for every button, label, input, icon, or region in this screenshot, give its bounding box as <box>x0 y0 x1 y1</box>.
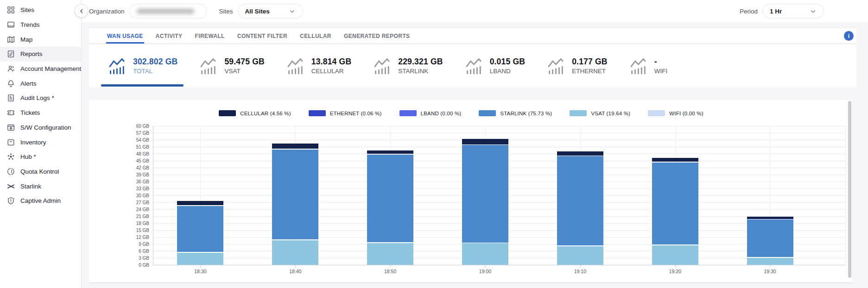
bar-segment-starlink[interactable] <box>462 145 508 243</box>
bar-segment-vsat[interactable] <box>272 240 318 265</box>
bar-segment-vsat[interactable] <box>557 246 603 265</box>
sidebar-item-account-management[interactable]: Account Management <box>0 62 81 76</box>
tab-firewall[interactable]: FIREWALL <box>195 28 225 44</box>
y-axis-label: 27 GB <box>116 200 149 205</box>
bar-segment-cellular[interactable] <box>367 150 413 154</box>
stat-card-label: WIFI <box>654 68 668 75</box>
sidebar-item-label: Tickets <box>20 109 40 116</box>
chevron-left-icon <box>78 8 85 14</box>
bar-segment-vsat[interactable] <box>747 258 793 265</box>
usage-chart-icon <box>546 55 567 76</box>
scrollbar-thumb[interactable] <box>848 101 851 278</box>
bar-segment-vsat[interactable] <box>462 243 508 265</box>
sidebar-item-label: Sites <box>20 6 34 13</box>
sidebar-item-label: Captive Admin <box>20 197 61 204</box>
bar-segment-starlink[interactable] <box>557 156 603 245</box>
topbar: Organization Sites All Sites Period 1 Hr <box>82 0 868 22</box>
info-icon[interactable]: i <box>844 31 854 41</box>
x-axis-tick <box>200 265 201 267</box>
sidebar-item-reports[interactable]: Reports <box>0 47 81 62</box>
usage-chart-icon <box>285 55 307 76</box>
bar-segment-vsat[interactable] <box>652 245 698 265</box>
bar-segment-starlink[interactable] <box>747 219 793 257</box>
stat-card-text: 302.802 GBTOTAL <box>133 57 177 75</box>
inventory-icon <box>6 138 15 147</box>
map-icon <box>6 35 15 44</box>
sidebar-item-label: Reports <box>20 50 42 57</box>
organization-select[interactable] <box>129 4 207 19</box>
period-select[interactable]: 1 Hr <box>762 4 824 19</box>
bar-segment-cellular[interactable] <box>272 144 318 149</box>
stat-card-lband[interactable]: 0.015 GBLBAND <box>458 44 532 88</box>
y-axis-label: 60 GB <box>116 124 149 129</box>
x-axis-label: 19:00 <box>467 269 504 274</box>
sites-select[interactable]: All Sites <box>238 4 303 19</box>
sidebar-item-captive-admin[interactable]: Captive Admin <box>0 194 81 208</box>
x-axis-tick <box>675 265 676 267</box>
sidebar-item-label: Map <box>20 36 32 43</box>
sidebar-item-starlink[interactable]: Starlink <box>0 179 81 194</box>
sidebar-item-alerts[interactable]: Alerts <box>0 76 81 91</box>
quota-kontrol-icon <box>6 167 15 176</box>
bar-segment-starlink[interactable] <box>367 155 413 243</box>
stat-card-total[interactable]: 302.802 GBTOTAL <box>101 44 184 88</box>
bar-segment-vsat[interactable] <box>177 253 223 265</box>
chart-plot: 0 GB3 GB6 GB9 GB12 GB15 GB18 GB21 GB24 G… <box>89 100 852 282</box>
vertical-scrollbar[interactable] <box>848 101 851 282</box>
bar-segment-starlink[interactable] <box>272 150 318 240</box>
account-management-icon <box>6 64 15 73</box>
bar-segment-cellular[interactable] <box>557 151 603 156</box>
sidebar-item-sites[interactable]: Sites <box>0 3 81 18</box>
y-axis-label: 3 GB <box>116 256 149 261</box>
x-axis-tick <box>580 265 581 267</box>
sidebar-item-label: Account Management <box>20 65 81 72</box>
tab-activity[interactable]: ACTIVITY <box>156 28 183 44</box>
stat-card-starlink[interactable]: 229.321 GBSTARLINK <box>366 44 449 88</box>
sidebar-item-tickets[interactable]: Tickets <box>0 106 81 120</box>
sidebar-item-hub[interactable]: Hub * <box>0 150 81 164</box>
reports-icon <box>6 50 15 58</box>
sidebar-item-map[interactable]: Map <box>0 32 81 47</box>
tab-generated-reports[interactable]: GENERATED REPORTS <box>344 28 410 44</box>
stat-card-label: ETHERNET <box>572 68 608 75</box>
x-axis-label: 19:10 <box>562 269 599 274</box>
audit-logs-icon <box>6 94 15 102</box>
stat-card-wifi[interactable]: -WIFI <box>622 44 674 88</box>
stat-card-text: 13.814 GBCELLULAR <box>311 57 351 75</box>
tabs-row: WAN USAGEACTIVITYFIREWALLCONTENT FILTERC… <box>89 28 856 44</box>
bar-segment-cellular[interactable] <box>747 217 793 219</box>
sidebar-collapse-button[interactable] <box>75 4 88 18</box>
sidebar-item-inventory[interactable]: Inventory <box>0 135 81 150</box>
stat-card-value: - <box>654 57 668 67</box>
tab-cellular[interactable]: CELLULAR <box>300 28 331 44</box>
bar-segment-cellular[interactable] <box>177 201 223 206</box>
sidebar-item-label: Starlink <box>20 183 41 190</box>
sidebar-item-trends[interactable]: Trends <box>0 18 81 32</box>
tab-content-filter[interactable]: CONTENT FILTER <box>237 28 287 44</box>
sidebar-item-quota-kontrol[interactable]: Quota Kontrol <box>0 164 81 179</box>
tab-wan-usage[interactable]: WAN USAGE <box>107 28 143 44</box>
stat-card-vsat[interactable]: 59.475 GBVSAT <box>192 44 270 88</box>
bar-segment-cellular[interactable] <box>652 158 698 162</box>
organization-name-redacted <box>137 9 194 14</box>
x-axis-line <box>153 265 845 265</box>
stat-card-ethernet[interactable]: 0.177 GBETHERNET <box>540 44 614 88</box>
sidebar-item-label: Trends <box>20 21 40 28</box>
header-divider-gap <box>82 22 868 28</box>
bar-segment-cellular[interactable] <box>462 139 508 144</box>
stat-card-cellular[interactable]: 13.814 GBCELLULAR <box>279 44 357 88</box>
bar-segment-starlink[interactable] <box>652 163 698 245</box>
x-axis-tick <box>295 265 296 267</box>
stat-card-text: 0.177 GBETHERNET <box>572 57 608 75</box>
y-axis-label: 39 GB <box>116 172 149 177</box>
stat-card-value: 229.321 GB <box>398 57 443 67</box>
y-axis-label: 54 GB <box>116 138 149 143</box>
bar-segment-vsat[interactable] <box>367 243 413 265</box>
sidebar-item-s-w-configuration[interactable]: S/W Configuration <box>0 120 81 135</box>
sidebar: SitesTrendsMapReportsAccount ManagementA… <box>0 0 82 288</box>
y-axis-label: 33 GB <box>116 186 149 191</box>
sidebar-item-audit-logs[interactable]: Audit Logs * <box>0 91 81 106</box>
usage-chart-icon <box>464 55 485 76</box>
bar-segment-starlink[interactable] <box>177 206 223 252</box>
app-root: SitesTrendsMapReportsAccount ManagementA… <box>0 0 868 288</box>
